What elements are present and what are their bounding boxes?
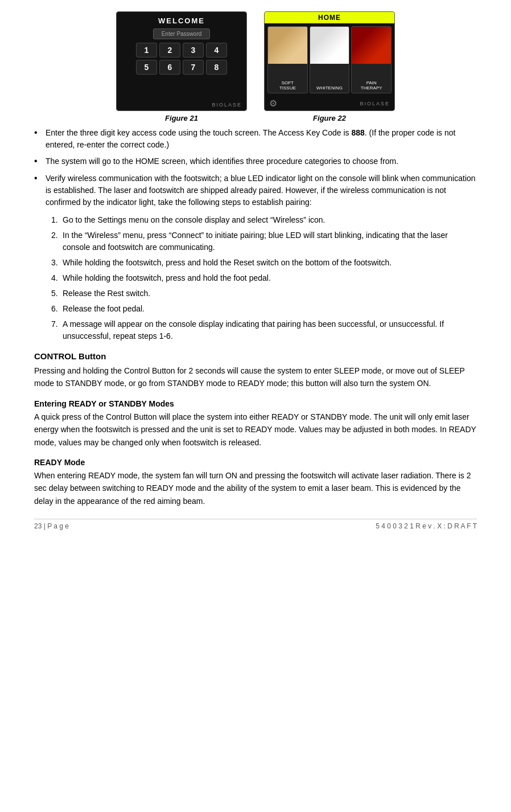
bullet-item-2: • The system will go to the HOME screen,… xyxy=(34,155,477,168)
content-area: • Enter the three digit key access code … xyxy=(34,127,477,507)
fig22-tile-whitening: WHITENING xyxy=(310,26,350,93)
step-3: 3. While holding the footswitch, press a… xyxy=(34,257,477,269)
control-button-text: Pressing and holding the Control Button … xyxy=(34,364,477,390)
bullet-dot-2: • xyxy=(34,154,46,168)
step-2: 2. In the “Wireless” menu, press “Connec… xyxy=(34,229,477,253)
bullet-list: • Enter the three digit key access code … xyxy=(34,127,477,208)
figure-21-block: WELCOME Enter Password 1 2 3 4 5 6 7 8 B… xyxy=(116,11,247,122)
fig21-key-8: 8 xyxy=(206,60,227,75)
fig22-gear-icon: ⚙ xyxy=(269,98,277,109)
ready-standby-text: A quick press of the Control Button will… xyxy=(34,411,477,449)
fig22-tile-pain-therapy: PAINTHERAPY xyxy=(351,26,392,93)
ready-mode-heading: READY Mode xyxy=(34,458,477,467)
step-text-4: While holding the footswitch, press and … xyxy=(63,272,477,284)
step-label-6: 6. xyxy=(34,303,63,315)
bullet-dot-1: • xyxy=(34,126,46,140)
step-label-4: 4. xyxy=(34,272,63,284)
step-label-1: 1. xyxy=(34,214,63,226)
bullet-text-1: Enter the three digit key access code us… xyxy=(46,127,477,151)
fig22-home-label: HOME xyxy=(265,12,394,23)
fig22-biolase-label: BIOLASE xyxy=(360,101,390,106)
step-text-5: Release the Rest switch. xyxy=(63,288,477,300)
footer: 23 | P a g e 5 4 0 0 3 2 1 R e v . X : D… xyxy=(34,519,477,530)
step-text-1: Go to the Settings menu on the console d… xyxy=(63,214,477,226)
fig21-keypad: 1 2 3 4 5 6 7 8 xyxy=(136,43,227,75)
bullet-item-1: • Enter the three digit key access code … xyxy=(34,127,477,151)
step-text-7: A message will appear on the console dis… xyxy=(63,318,477,342)
step-text-3: While holding the footswitch, press and … xyxy=(63,257,477,269)
figure-22-block: HOME SOFTTISSUE WHITENING PAINTHERAPY xyxy=(264,11,395,122)
fig22-soft-tissue-label: SOFTTISSUE xyxy=(279,80,296,91)
control-button-heading: CONTROL Button xyxy=(34,351,477,361)
step-text-6: Release the foot pedal. xyxy=(63,303,477,315)
fig21-key-7: 7 xyxy=(183,60,204,75)
step-label-7: 7. xyxy=(34,318,63,342)
fig21-password-button: Enter Password xyxy=(153,28,211,39)
figure-21-image: WELCOME Enter Password 1 2 3 4 5 6 7 8 B… xyxy=(116,11,247,111)
fig22-tile-soft-tissue-image xyxy=(268,27,307,64)
fig22-bottom-bar: ⚙ BIOLASE xyxy=(265,96,394,110)
step-label-5: 5. xyxy=(34,288,63,300)
fig21-caption: Figure 21 xyxy=(165,114,198,122)
fig22-tile-whitening-image xyxy=(310,27,349,64)
bullet-text-3: Verify wireless communication with the f… xyxy=(46,173,477,208)
fig21-key-4: 4 xyxy=(206,43,227,58)
step-7: 7. A message will appear on the console … xyxy=(34,318,477,342)
fig22-tile-pain-therapy-image xyxy=(352,27,391,64)
footer-draft-label: 5 4 0 0 3 2 1 R e v . X : D R A F T xyxy=(376,522,477,530)
bullet-item-3: • Verify wireless communication with the… xyxy=(34,173,477,208)
figures-row: WELCOME Enter Password 1 2 3 4 5 6 7 8 B… xyxy=(34,11,477,122)
fig21-key-6: 6 xyxy=(159,60,180,75)
fig22-caption: Figure 22 xyxy=(313,114,346,122)
step-6: 6. Release the foot pedal. xyxy=(34,303,477,315)
footer-page-number: 23 | P a g e xyxy=(34,522,69,530)
fig21-biolase-label: BIOLASE xyxy=(212,102,242,108)
fig22-whitening-label: WHITENING xyxy=(316,85,343,91)
numbered-list: 1. Go to the Settings menu on the consol… xyxy=(34,214,477,342)
bullet-dot-3: • xyxy=(34,171,46,185)
step-1: 1. Go to the Settings menu on the consol… xyxy=(34,214,477,226)
ready-mode-text: When entering READY mode, the system fan… xyxy=(34,469,477,507)
fig21-key-5: 5 xyxy=(136,60,157,75)
fig21-key-1: 1 xyxy=(136,43,157,58)
fig21-key-2: 2 xyxy=(159,43,180,58)
ready-standby-heading: Entering READY or STANDBY Modes xyxy=(34,399,477,408)
step-text-2: In the “Wireless” menu, press “Connect” … xyxy=(63,229,477,253)
fig21-key-3: 3 xyxy=(183,43,204,58)
step-5: 5. Release the Rest switch. xyxy=(34,288,477,300)
figure-22-image: HOME SOFTTISSUE WHITENING PAINTHERAPY xyxy=(264,11,395,111)
fig21-welcome-label: WELCOME xyxy=(158,17,205,25)
fig22-tile-soft-tissue: SOFTTISSUE xyxy=(267,26,308,93)
access-code-bold: 888 xyxy=(351,128,364,137)
fig22-pain-therapy-label: PAINTHERAPY xyxy=(361,80,382,91)
fig22-tiles: SOFTTISSUE WHITENING PAINTHERAPY xyxy=(265,23,394,96)
bullet-text-2: The system will go to the HOME screen, w… xyxy=(46,155,477,167)
step-label-3: 3. xyxy=(34,257,63,269)
step-4: 4. While holding the footswitch, press a… xyxy=(34,272,477,284)
step-label-2: 2. xyxy=(34,229,63,253)
